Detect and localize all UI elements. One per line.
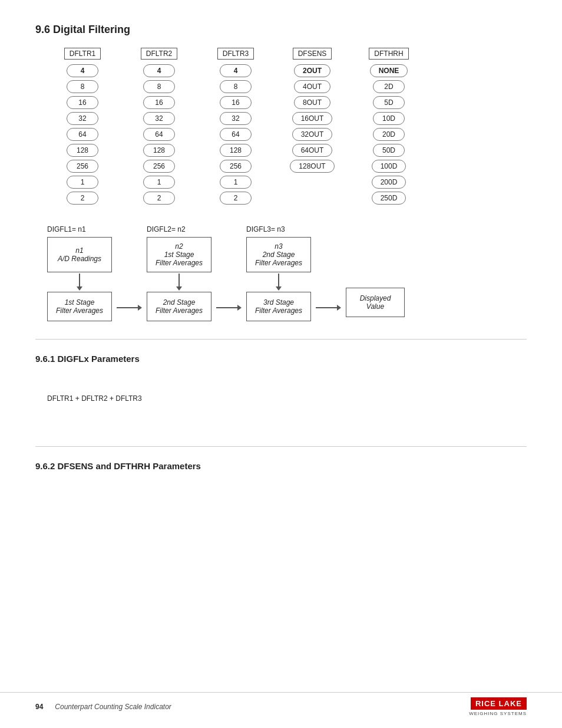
subsection-title-962: 9.6.2 DFSENS and DFTHRH Parameters xyxy=(35,461,527,471)
flow-diagram: DIGFL1= n1 n1A/D Readings 1st StageFilte… xyxy=(47,225,527,321)
col-label-dfltr1: DFLTR1 xyxy=(64,48,101,60)
flow-top-box-3: n32nd StageFilter Averages xyxy=(246,237,311,272)
flow-top-box-1: n1A/D Readings xyxy=(47,237,112,272)
filter-item: 5D xyxy=(373,96,405,109)
flow-arrow-down-1 xyxy=(77,274,82,291)
flow-group-2-label: DIGFL2= n2 xyxy=(147,225,186,233)
document-title: Counterpart Counting Scale Indicator xyxy=(55,703,171,711)
filter-item: 256 xyxy=(143,160,175,173)
filter-item: 64OUT xyxy=(292,144,333,157)
filter-item: 100D xyxy=(372,160,406,173)
filter-item: 1 xyxy=(67,176,98,189)
filter-item: 8 xyxy=(220,80,252,93)
displayed-value-box: DisplayedValue xyxy=(346,288,405,317)
filter-item: 32 xyxy=(220,112,252,125)
filter-item: 128 xyxy=(220,144,252,157)
filter-item: 8 xyxy=(143,80,175,93)
rice-lake-logo: RICE LAKE WEIGHING SYSTEMS xyxy=(469,697,527,716)
filter-item: 50D xyxy=(373,144,405,157)
filter-col-dfltr3: DFLTR3 4 8 16 32 64 128 256 1 2 xyxy=(206,48,265,207)
flow-group-3: DIGFL3= n3 n32nd StageFilter Averages 3r… xyxy=(246,225,311,321)
filter-item: 2 xyxy=(67,192,98,205)
col-label-dfltr3: DFLTR3 xyxy=(217,48,254,60)
filter-col-dfltr1: DFLTR1 4 8 16 32 64 128 256 1 2 xyxy=(53,48,112,207)
filter-item: 64 xyxy=(220,128,252,141)
flow-group-1: DIGFL1= n1 n1A/D Readings 1st StageFilte… xyxy=(47,225,112,321)
brand-name: RICE LAKE xyxy=(471,697,527,710)
filter-item: 2 xyxy=(143,192,175,205)
page-footer: 94 Counterpart Counting Scale Indicator … xyxy=(0,692,562,716)
filter-item: 4OUT xyxy=(294,80,330,93)
filter-item: 2OUT xyxy=(294,64,330,77)
filter-item: 16 xyxy=(143,96,175,109)
filter-item: 1 xyxy=(143,176,175,189)
filter-item: 8 xyxy=(67,80,98,93)
filter-item: 4 xyxy=(67,64,98,77)
filter-item: 8OUT xyxy=(294,96,330,109)
flow-bottom-box-3: 3rd StageFilter Averages xyxy=(246,292,311,321)
filter-item: 4 xyxy=(143,64,175,77)
filter-item: 128OUT xyxy=(290,160,334,173)
brand-sub: WEIGHING SYSTEMS xyxy=(469,711,527,716)
filter-item: 32 xyxy=(67,112,98,125)
flow-group-displayed-value: DisplayedValue xyxy=(346,288,405,317)
filter-item: 256 xyxy=(67,160,98,173)
footer-left: 94 Counterpart Counting Scale Indicator xyxy=(35,703,171,711)
filter-item: 16OUT xyxy=(292,112,333,125)
subsection-title-961: 9.6.1 DIGFLx Parameters xyxy=(35,354,527,364)
filter-item: 200D xyxy=(372,176,406,189)
filter-item: 256 xyxy=(220,160,252,173)
filter-item: 64 xyxy=(67,128,98,141)
filter-item: 4 xyxy=(220,64,252,77)
flow-arrow-down-3 xyxy=(276,274,282,291)
filter-item: 2D xyxy=(373,80,405,93)
flow-bottom-box-1: 1st StageFilter Averages xyxy=(47,292,112,321)
col-label-dfltr2: DFLTR2 xyxy=(141,48,177,60)
col-label-dfthrh: DFTHRH xyxy=(369,48,408,60)
filter-item: 16 xyxy=(67,96,98,109)
filter-item: NONE xyxy=(370,64,408,77)
page-number: 94 xyxy=(35,703,43,711)
flow-group-3-label: DIGFL3= n3 xyxy=(246,225,285,233)
section-title: 9.6 Digital Filtering xyxy=(35,24,527,36)
flow-arrow-down-2 xyxy=(176,274,182,291)
flow-top-box-2: n21st StageFilter Averages xyxy=(147,237,211,272)
filter-col-dfltr2: DFLTR2 4 8 16 32 64 128 256 1 2 xyxy=(130,48,189,207)
flow-group-1-label: DIGFL1= n1 xyxy=(47,225,86,233)
filter-item: 20D xyxy=(373,128,405,141)
divider-2 xyxy=(35,446,527,447)
filter-item: 64 xyxy=(143,128,175,141)
filter-item: 128 xyxy=(67,144,98,157)
divider-1 xyxy=(35,339,527,340)
col-label-dfsens: DFSENS xyxy=(293,48,332,60)
filter-diagram: DFLTR1 4 8 16 32 64 128 256 1 2 DFLTR2 4… xyxy=(53,48,527,207)
filter-col-dfthrh: DFTHRH NONE 2D 5D 10D 20D 50D 100D 200D … xyxy=(359,48,418,207)
filter-item: 16 xyxy=(220,96,252,109)
filter-item: 32 xyxy=(143,112,175,125)
filter-item: 10D xyxy=(373,112,405,125)
formula: DFLTR1 + DFLTR2 + DFLTR3 xyxy=(47,394,527,403)
flow-bottom-box-2: 2nd StageFilter Averages xyxy=(147,292,211,321)
filter-item: 250D xyxy=(372,192,406,205)
filter-item: 1 xyxy=(220,176,252,189)
filter-item: 32OUT xyxy=(292,128,333,141)
filter-item: 128 xyxy=(143,144,175,157)
filter-item: 2 xyxy=(220,192,252,205)
filter-col-dfsens: DFSENS 2OUT 4OUT 8OUT 16OUT 32OUT 64OUT … xyxy=(283,48,342,176)
flow-group-2: DIGFL2= n2 n21st StageFilter Averages 2n… xyxy=(147,225,211,321)
